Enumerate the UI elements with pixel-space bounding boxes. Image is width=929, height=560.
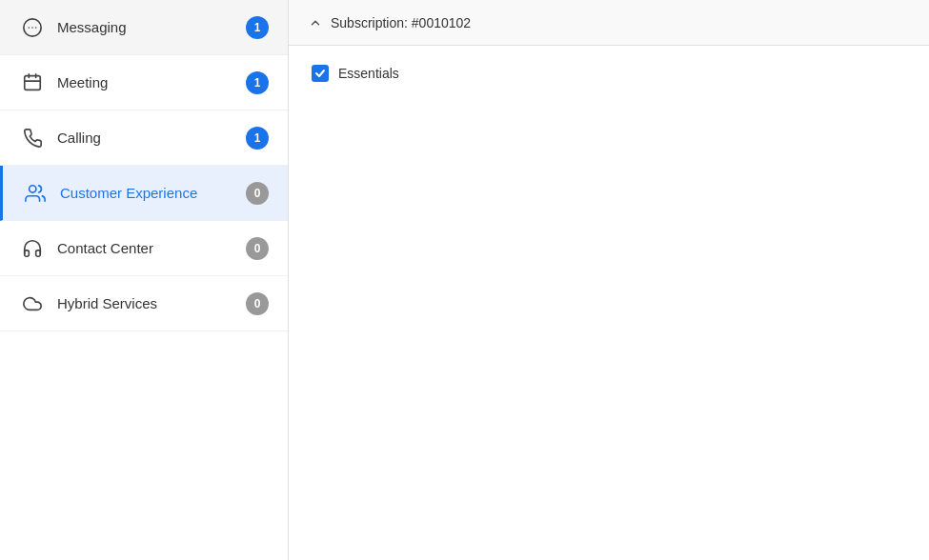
svg-point-2 <box>30 185 36 191</box>
essentials-checkbox[interactable] <box>312 65 329 82</box>
essentials-label: Essentials <box>338 66 399 81</box>
sidebar-item-label: Customer Experience <box>60 185 246 201</box>
sidebar-item-calling[interactable]: Calling 1 <box>0 110 288 166</box>
messaging-icon <box>19 14 46 41</box>
sidebar-item-hybrid-services[interactable]: Hybrid Services 0 <box>0 276 288 331</box>
calling-icon <box>19 125 46 151</box>
content-area: Essentials <box>289 46 929 560</box>
sidebar-item-badge: 1 <box>246 71 269 94</box>
sidebar-item-messaging[interactable]: Messaging 1 <box>0 0 288 55</box>
sidebar-item-badge: 0 <box>246 237 269 260</box>
sidebar-item-badge: 1 <box>246 127 269 150</box>
sidebar-item-customer-experience[interactable]: Customer Experience 0 <box>0 166 288 221</box>
svg-rect-1 <box>25 75 41 90</box>
chevron-up-icon <box>308 15 323 30</box>
sidebar-item-label: Hybrid Services <box>57 295 246 311</box>
sidebar-item-contact-center[interactable]: Contact Center 0 <box>0 221 288 276</box>
sidebar-item-meeting[interactable]: Meeting 1 <box>0 55 288 110</box>
sidebar-item-label: Contact Center <box>57 240 246 256</box>
sidebar-item-badge: 0 <box>246 292 269 315</box>
essentials-checkbox-item[interactable]: Essentials <box>312 65 906 82</box>
sidebar-item-label: Meeting <box>57 74 246 90</box>
sidebar-item-label: Calling <box>57 130 246 146</box>
subscription-title: Subscription: #0010102 <box>331 15 471 30</box>
sidebar-item-label: Messaging <box>57 19 246 35</box>
sidebar-item-badge: 1 <box>246 16 269 39</box>
customer-experience-icon <box>22 180 49 207</box>
subscription-header[interactable]: Subscription: #0010102 <box>289 0 929 46</box>
main-content: Subscription: #0010102 Essentials <box>289 0 929 560</box>
sidebar-item-badge: 0 <box>246 182 269 205</box>
contact-center-icon <box>19 235 46 262</box>
sidebar: Messaging 1 Meeting 1 Calling 1 <box>0 0 289 560</box>
hybrid-services-icon <box>19 290 46 317</box>
meeting-icon <box>19 70 46 96</box>
